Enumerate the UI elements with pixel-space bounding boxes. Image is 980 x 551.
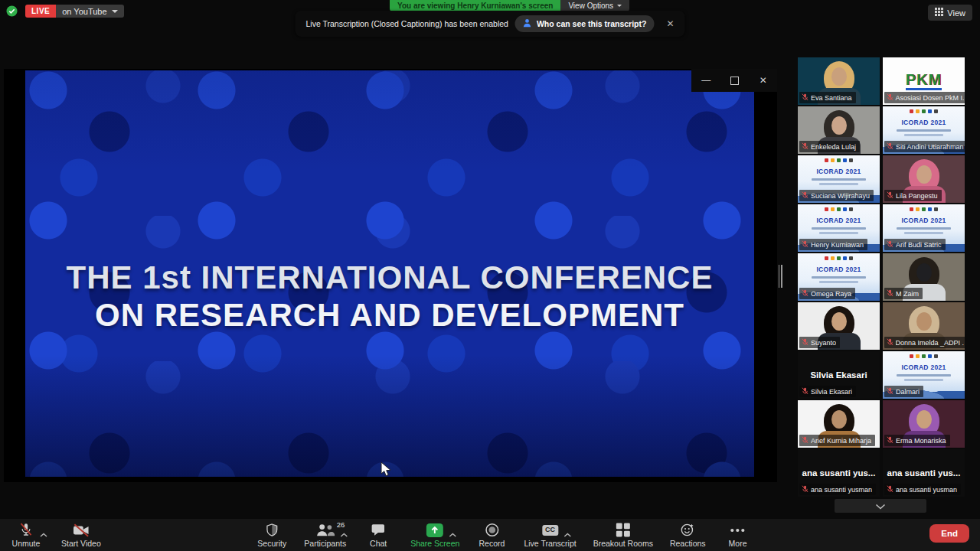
- participant-tile-omega-raya[interactable]: ICORAD 2021Omega Raya: [798, 253, 880, 301]
- stream-target-dropdown[interactable]: on YouTube: [56, 5, 123, 18]
- who-can-see-transcript-button[interactable]: Who can see this transcript?: [515, 15, 655, 32]
- participant-tile-enkeleda-lulaj[interactable]: Enkeleda Lulaj: [798, 106, 880, 154]
- participant-tile-eva-santiana[interactable]: Eva Santiana: [798, 57, 880, 105]
- participant-tile-dalmari[interactable]: ICORAD 2021Dalmari: [883, 351, 965, 399]
- participant-nameplate: Enkeleda Lulaj: [799, 141, 860, 152]
- participant-name: Enkeleda Lulaj: [811, 143, 856, 151]
- meeting-toolbar: UnmuteStart Video Security26Participants…: [0, 519, 980, 551]
- mic-muted-icon: [802, 191, 808, 201]
- participant-nameplate: ana susanti yusman: [884, 484, 961, 495]
- unmute-label: Unmute: [12, 539, 41, 548]
- participant-photo: [916, 410, 932, 429]
- gallery-scroll-down-button[interactable]: [835, 499, 926, 513]
- close-icon[interactable]: ✕: [760, 76, 767, 85]
- slide-title-line1: THE 1st INTERNATIONAL CONFERENCE: [25, 260, 754, 295]
- close-icon[interactable]: ✕: [663, 18, 677, 29]
- slide-title: THE 1st INTERNATIONAL CONFERENCE ON RESE…: [25, 260, 754, 335]
- mic-muted-icon: [887, 240, 893, 249]
- participant-photo: [831, 67, 847, 86]
- live-badge: LIVE: [25, 5, 56, 18]
- participant-photo: [916, 312, 932, 331]
- participant-tile-arief-kurnia-miharja[interactable]: Arief Kurnia Miharja: [798, 400, 880, 448]
- minimize-icon[interactable]: —: [701, 76, 710, 85]
- participant-nameplate: Arif Budi Satric: [884, 239, 946, 250]
- participant-tile-lila-pangestu[interactable]: Lila Pangestu: [883, 155, 965, 203]
- panel-resize-handle[interactable]: [778, 265, 782, 288]
- shared-screen-view: THE 1st INTERNATIONAL CONFERENCE ON RESE…: [4, 69, 777, 482]
- participant-name: Donna Imelda _ADPI ...: [896, 339, 964, 347]
- participant-tile-asosiasi-dosen-pkm-i[interactable]: PKMAsosiasi Dosen PkM I...: [883, 57, 965, 105]
- participant-tile-m-zaim[interactable]: M Zaim: [883, 253, 965, 301]
- chat-button[interactable]: Chat: [363, 519, 394, 551]
- record-button[interactable]: Record: [476, 519, 507, 551]
- participant-name: Erma Monariska: [896, 437, 946, 445]
- caret-up-icon[interactable]: [564, 527, 571, 540]
- participant-tile-arif-budi-satric[interactable]: ICORAD 2021Arif Budi Satric: [883, 204, 965, 252]
- live-transcript-button[interactable]: CCLive Transcript: [524, 519, 576, 551]
- mic-muted-icon: [887, 191, 893, 201]
- participant-tile-henry-kurniawan[interactable]: ICORAD 2021Henry Kurniawan: [798, 204, 880, 252]
- record-label: Record: [479, 539, 505, 548]
- participant-tile-donna-imelda-adpi[interactable]: Donna Imelda _ADPI ...: [883, 302, 965, 350]
- zoom-meeting-window: LIVE on YouTube You are viewing Henry Ku…: [0, 0, 980, 551]
- participant-tile-suciana-wijirahayu[interactable]: ICORAD 2021Suciana Wijirahayu: [798, 155, 880, 203]
- slide-logos: [883, 354, 965, 358]
- participant-nameplate: Eva Santiana: [799, 92, 856, 103]
- security-shield-icon: [265, 522, 279, 538]
- toolbar-center-group: Security26ParticipantsChatShare ScreenRe…: [256, 519, 753, 551]
- security-label: Security: [257, 539, 286, 548]
- reactions-button[interactable]: Reactions: [670, 519, 706, 551]
- screen-share-banner: You are viewing Henry Kurniawan's screen…: [390, 0, 629, 11]
- breakout-rooms-icon: [616, 522, 630, 538]
- participant-tile-siti-andini-utiarahman[interactable]: ICORAD 2021Siti Andini Utiarahman: [883, 106, 965, 154]
- caret-up-icon[interactable]: [449, 527, 457, 540]
- mic-muted-icon: [887, 93, 893, 103]
- start-video-button[interactable]: Start Video: [61, 519, 101, 551]
- mic-muted-icon: [887, 338, 893, 347]
- view-button[interactable]: View: [928, 5, 972, 21]
- participant-tile-silvia-ekasari[interactable]: Silvia EkasariSilvia Ekasari: [798, 351, 880, 399]
- reactions-icon: [681, 522, 695, 538]
- breakout-rooms-label: Breakout Rooms: [593, 539, 653, 548]
- breakout-rooms-button[interactable]: Breakout Rooms: [593, 519, 653, 551]
- participant-nameplate: Omega Raya: [799, 288, 855, 299]
- cc-icon: CC: [542, 522, 558, 538]
- mic-muted-icon: [802, 93, 808, 103]
- slide-thumb-title: ICORAD 2021: [883, 119, 965, 126]
- camera-off-name: ana susanti yus...: [802, 468, 876, 478]
- slide-logos: [798, 207, 880, 211]
- mic-muted-icon: [887, 485, 893, 494]
- end-meeting-button[interactable]: End: [929, 524, 969, 543]
- participants-button[interactable]: 26Participants: [304, 519, 346, 551]
- participant-tile-ana-susanti-yusman[interactable]: ana susanti yus...ana susanti yusman: [883, 449, 965, 497]
- record-icon: [485, 522, 499, 538]
- caret-up-icon[interactable]: [340, 527, 348, 540]
- slide-thumb-title: ICORAD 2021: [798, 266, 880, 273]
- maximize-icon[interactable]: [730, 77, 739, 85]
- caret-up-icon[interactable]: [40, 527, 47, 540]
- mic-muted-icon: [887, 289, 893, 298]
- participant-tile-ana-susanti-yusman[interactable]: ana susanti yus...ana susanti yusman: [798, 449, 880, 497]
- unmute-button[interactable]: Unmute: [11, 519, 41, 551]
- security-button[interactable]: Security: [256, 519, 287, 551]
- more-button[interactable]: More: [723, 519, 753, 551]
- share-screen-button[interactable]: Share Screen: [410, 519, 459, 551]
- participant-nameplate: ana susanti yusman: [799, 484, 876, 495]
- view-options-dropdown[interactable]: View Options: [560, 0, 629, 11]
- slide-logos: [883, 207, 965, 211]
- participant-name: Eva Santiana: [811, 94, 852, 102]
- transcription-toast: Live Transcription (Closed Captioning) h…: [295, 11, 684, 37]
- camera-off-name: Silvia Ekasari: [810, 370, 867, 380]
- stream-target-label: on YouTube: [62, 7, 106, 16]
- chat-label: Chat: [370, 539, 387, 548]
- participant-name: Siti Andini Utiarahman: [896, 143, 964, 151]
- slide-logos: [798, 256, 880, 260]
- encryption-shield-icon[interactable]: [6, 5, 18, 17]
- transcript-button-label: Who can see this transcript?: [537, 19, 647, 28]
- participant-name: Suciana Wijirahayu: [811, 192, 870, 200]
- participant-tile-suyanto[interactable]: Suyanto: [798, 302, 880, 350]
- top-left-cluster: LIVE on YouTube: [6, 5, 124, 18]
- participant-tile-erma-monariska[interactable]: Erma Monariska: [883, 400, 965, 448]
- chevron-down-icon: [112, 10, 118, 13]
- participant-name: Silvia Ekasari: [811, 388, 852, 396]
